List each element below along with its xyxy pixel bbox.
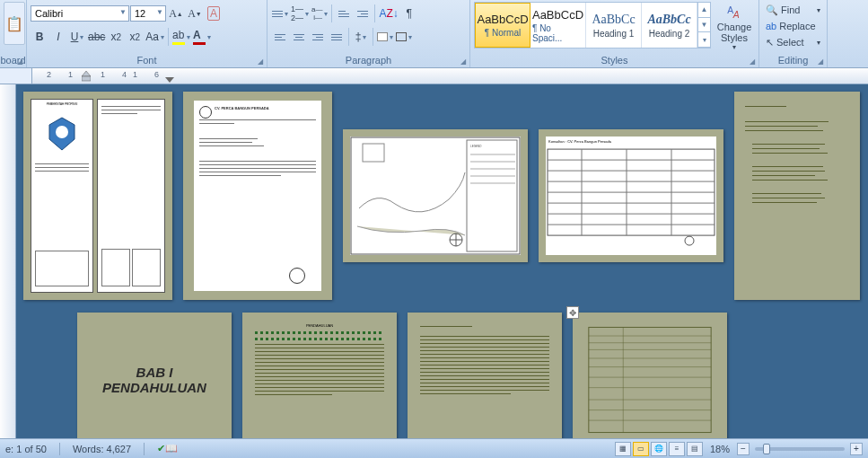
svg-text:A: A [732, 10, 740, 20]
page-thumbnail[interactable]: PENDAHULUAN [242, 313, 397, 438]
paste-button[interactable]: 📋 [4, 2, 25, 45]
select-button[interactable]: ↖Select▾ [763, 34, 823, 50]
page-thumbnail[interactable]: CV. PERCA BANGUN PERSADA [183, 92, 332, 300]
styles-gallery: AaBbCcD ¶ Normal AaBbCcD ¶ No Spaci... A… [474, 2, 711, 48]
zoom-level[interactable]: 18% [710, 444, 730, 454]
sort-button[interactable]: AZ↓ [378, 4, 399, 23]
proofing-icon[interactable]: ✔📖 [157, 443, 178, 454]
pages-row-1: PEMERINTAH PROPINSI CV. PERCA BANGUN PER… [23, 92, 868, 300]
svg-text:LEGEND: LEGEND [470, 145, 482, 148]
show-marks-button[interactable]: ¶ [400, 4, 418, 23]
svg-point-27 [685, 236, 694, 245]
page-thumbnail[interactable]: LEGEND [343, 129, 528, 262]
style-heading-2[interactable]: AaBbCc Heading 2 [642, 3, 697, 48]
gallery-up[interactable]: ▲ [698, 3, 710, 18]
find-button[interactable]: 🔍Find▾ [763, 2, 823, 18]
gallery-down[interactable]: ▼ [698, 18, 710, 33]
grow-font-button[interactable]: A▲ [167, 4, 185, 23]
replace-icon: ab [766, 21, 776, 31]
styles-group-label: Styles [470, 55, 758, 66]
subscript-button[interactable]: x2 [107, 27, 125, 47]
clear-formatting-button[interactable]: A [205, 4, 223, 23]
page-thumbnail[interactable]: ✥ [573, 313, 727, 438]
decrease-indent-button[interactable] [335, 4, 353, 23]
separator [168, 28, 169, 46]
print-layout-view[interactable]: ▦ [615, 442, 631, 456]
vertical-ruler[interactable] [0, 84, 16, 438]
increase-indent-button[interactable] [354, 4, 372, 23]
zoom-thumb[interactable] [763, 444, 770, 454]
data-table [546, 146, 716, 247]
font-group-label: Font [27, 55, 267, 66]
document-area[interactable]: PEMERINTAH PROPINSI CV. PERCA BANGUN PER… [0, 84, 868, 438]
svg-point-5 [56, 126, 68, 138]
full-screen-view[interactable]: ▭ [633, 442, 649, 456]
borders-button[interactable]: ▾ [395, 27, 413, 47]
bold-button[interactable]: B [31, 27, 48, 47]
page-thumbnail[interactable]: BAB IPENDAHULUAN [77, 313, 232, 438]
word-count[interactable]: Words: 4,627 [73, 444, 131, 454]
zoom-out-button[interactable]: − [737, 443, 750, 455]
svg-marker-2 [82, 71, 91, 76]
info-table [585, 323, 715, 436]
svg-rect-28 [589, 327, 711, 432]
page-thumbnail[interactable]: Konsultan : CV. Perca Bangun Persada [539, 129, 723, 262]
zoom-in-button[interactable]: + [850, 443, 863, 455]
gallery-scroll: ▲ ▼ ▾ [697, 3, 710, 48]
highlight-button[interactable]: ab▾ [171, 27, 191, 47]
right-indent-marker[interactable] [165, 77, 174, 83]
multilevel-button[interactable]: a— i—▾ [311, 4, 329, 23]
justify-button[interactable] [328, 27, 346, 47]
align-right-button[interactable] [309, 27, 327, 47]
editing-group-label: Editing [759, 55, 827, 66]
replace-button[interactable]: abReplace [763, 18, 823, 34]
company-logo-icon [199, 106, 212, 119]
map-figure: LEGEND [350, 137, 521, 255]
clipboard-group-label: board [0, 55, 26, 66]
font-name-value: Calibri [35, 8, 63, 19]
crest-icon [46, 116, 78, 152]
align-left-button[interactable] [271, 27, 289, 47]
shading-button[interactable]: ▾ [376, 27, 394, 47]
line-spacing-button[interactable]: ‡▾ [352, 27, 370, 47]
bullets-button[interactable]: ▾ [271, 4, 289, 23]
style-heading-1[interactable]: AaBbCc Heading 1 [586, 3, 642, 48]
change-styles-icon: AA [722, 3, 747, 22]
ribbon: 📋 board Calibri▼ 12▼ A▲ A▼ A B I U▾ abc … [0, 0, 868, 68]
find-icon: 🔍 [766, 4, 778, 16]
superscript-button[interactable]: x2 [126, 27, 144, 47]
italic-button[interactable]: I [49, 27, 67, 47]
shrink-font-button[interactable]: A▼ [186, 4, 204, 23]
indent-marker[interactable] [82, 71, 91, 76]
style-normal[interactable]: AaBbCcD ¶ Normal [475, 3, 530, 48]
select-icon: ↖ [766, 37, 774, 48]
font-size-combo[interactable]: 12▼ [130, 5, 166, 22]
change-case-button[interactable]: Aa▾ [145, 27, 165, 47]
page-indicator[interactable]: e: 1 of 50 [5, 444, 47, 454]
style-no-spacing[interactable]: AaBbCcD ¶ No Spaci... [530, 3, 586, 48]
change-styles-button[interactable]: AA Change Styles▾ [715, 2, 754, 52]
underline-button[interactable]: U▾ [68, 27, 86, 47]
font-color-button[interactable]: A▾ [192, 27, 212, 47]
page-thumbnail[interactable] [408, 313, 562, 438]
font-name-combo[interactable]: Calibri▼ [31, 5, 129, 22]
clipboard-group: 📋 board [0, 0, 27, 67]
font-group: Calibri▼ 12▼ A▲ A▼ A B I U▾ abc x2 x2 Aa… [27, 0, 267, 67]
draft-view[interactable]: ▤ [687, 442, 703, 456]
gallery-more[interactable]: ▾ [698, 32, 710, 48]
table-move-handle[interactable]: ✥ [566, 306, 579, 319]
page-thumbnail[interactable]: PEMERINTAH PROPINSI [23, 92, 172, 300]
numbering-button[interactable]: 1—2—▾ [290, 4, 310, 23]
horizontal-ruler[interactable]: 2 1 1 4 1 6 [0, 68, 868, 84]
zoom-slider[interactable] [755, 447, 845, 451]
status-bar: e: 1 of 50 Words: 4,627 ✔📖 ▦ ▭ 🌐 ≡ ▤ 18%… [0, 438, 868, 458]
web-layout-view[interactable]: 🌐 [651, 442, 667, 456]
page-thumbnail[interactable] [734, 92, 860, 300]
paragraph-group: ▾ 1—2—▾ a— i—▾ AZ↓ ¶ ‡▾ ▾ ▾ Paragraph [267, 0, 470, 67]
pages-row-2: BAB IPENDAHULUAN PENDAHULUAN ✥ [77, 313, 868, 438]
align-center-button[interactable] [290, 27, 308, 47]
outline-view[interactable]: ≡ [669, 442, 685, 456]
strikethrough-button[interactable]: abc [87, 27, 106, 47]
stamp-icon [289, 268, 305, 284]
svg-rect-3 [82, 76, 91, 81]
